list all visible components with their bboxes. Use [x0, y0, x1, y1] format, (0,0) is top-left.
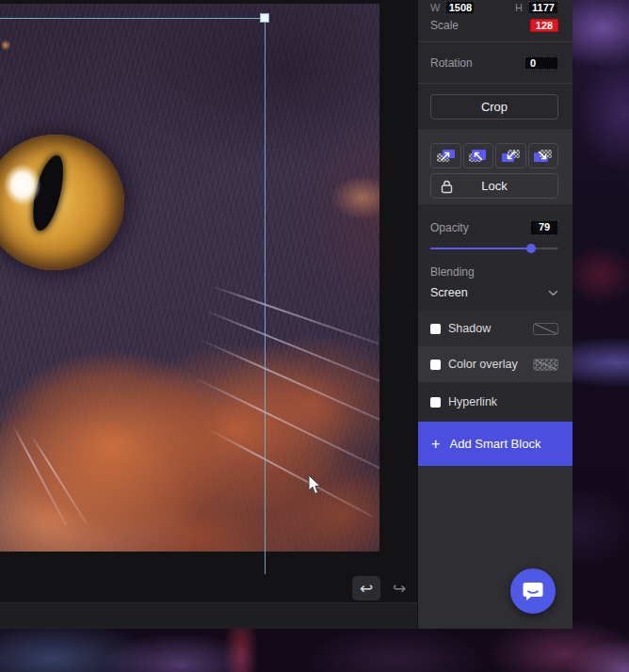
bring-to-front-button[interactable]	[430, 143, 461, 168]
rotation-label: Rotation	[430, 56, 473, 70]
crop-button[interactable]: Crop	[430, 94, 558, 120]
color-overlay-checkbox[interactable]	[430, 360, 441, 370]
height-label: H	[515, 2, 523, 13]
rotation-section: Rotation 0	[418, 42, 573, 84]
hyperlink-row: Hyperlink	[418, 382, 573, 422]
canvas-area[interactable]: ↩ ↪	[0, 0, 418, 629]
crop-button-label: Crop	[481, 100, 508, 114]
scale-label: Scale	[430, 19, 459, 32]
opacity-blending-section: Opacity 79 Blending Screen	[418, 204, 573, 311]
crop-section: Crop	[418, 84, 573, 129]
undo-button[interactable]: ↩	[352, 576, 380, 600]
redo-icon: ↪	[393, 579, 406, 599]
orange-smoke	[0, 4, 379, 552]
lock-icon	[441, 180, 453, 194]
hyperlink-label: Hyperlink	[448, 395, 497, 408]
rotation-input[interactable]: 0	[524, 56, 558, 70]
bring-to-front-icon	[437, 150, 455, 162]
lock-button-label: Lock	[481, 179, 507, 193]
lock-button[interactable]: Lock	[430, 173, 558, 199]
chat-bubble-icon	[521, 579, 545, 603]
blending-value: Screen	[430, 286, 468, 299]
send-backward-button[interactable]	[495, 143, 526, 168]
scale-input[interactable]: 128	[530, 19, 558, 32]
send-to-back-icon	[534, 150, 552, 162]
panel-empty-area	[418, 466, 573, 629]
color-overlay-label: Color overlay	[448, 358, 518, 371]
app-window: ↩ ↪ W 1508 H 1177 Scale 128	[0, 0, 629, 672]
canvas-footer-bar	[0, 602, 417, 629]
color-overlay-row: Color overlay	[418, 346, 573, 382]
plus-icon: +	[431, 436, 440, 453]
send-to-back-button[interactable]	[528, 143, 559, 168]
arrange-section: Lock	[418, 129, 573, 204]
shadow-row: Shadow	[418, 311, 573, 346]
opacity-label: Opacity	[430, 221, 469, 234]
selection-border-top	[0, 18, 266, 19]
chat-launcher-button[interactable]	[510, 568, 556, 614]
history-controls: ↩ ↪	[0, 576, 418, 602]
width-input[interactable]: 1508	[445, 1, 475, 14]
send-backward-icon	[502, 150, 520, 162]
opacity-input[interactable]: 79	[530, 220, 558, 235]
shadow-none-swatch[interactable]	[533, 323, 558, 335]
add-smart-block-label: Add Smart Block	[450, 437, 541, 451]
blending-label: Blending	[430, 265, 558, 279]
shadow-label: Shadow	[448, 322, 491, 335]
dimensions-section: W 1508 H 1177 Scale 128	[418, 0, 573, 42]
mouse-cursor	[308, 474, 323, 497]
opacity-slider-thumb[interactable]	[526, 244, 536, 253]
add-smart-block-button[interactable]: + Add Smart Block	[418, 422, 573, 466]
width-label: W	[430, 2, 440, 13]
bring-forward-icon	[469, 150, 487, 162]
color-overlay-none-swatch[interactable]	[533, 359, 558, 371]
redo-button[interactable]: ↪	[385, 576, 413, 600]
opacity-slider-fill	[430, 248, 531, 249]
bring-forward-button[interactable]	[463, 143, 494, 168]
height-input[interactable]: 1177	[528, 1, 558, 14]
blending-dropdown[interactable]: Screen	[430, 286, 558, 299]
chevron-down-icon	[548, 290, 558, 296]
undo-icon: ↩	[360, 579, 373, 599]
selection-border-right	[265, 18, 266, 574]
shadow-checkbox[interactable]	[430, 324, 441, 334]
selection-resize-handle[interactable]	[260, 13, 269, 23]
opacity-slider[interactable]	[430, 244, 558, 253]
properties-panel: W 1508 H 1177 Scale 128 Rotation 0 Crop	[418, 0, 573, 629]
hyperlink-checkbox[interactable]	[430, 397, 441, 408]
cat-smoke-image[interactable]	[0, 4, 379, 552]
